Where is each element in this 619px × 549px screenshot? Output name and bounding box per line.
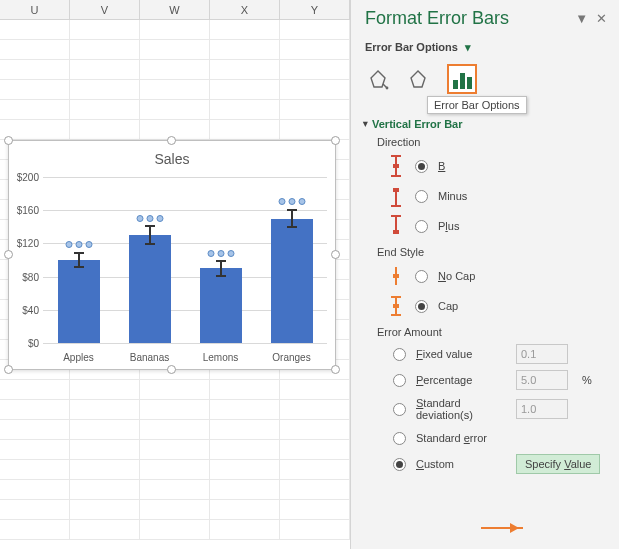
resize-handle[interactable] bbox=[331, 365, 340, 374]
resize-handle[interactable] bbox=[167, 365, 176, 374]
radio-label: Cap bbox=[438, 300, 458, 312]
radio[interactable] bbox=[415, 160, 428, 173]
radio-label: Custom bbox=[416, 458, 506, 470]
format-pane: Format Error Bars ▼ ✕ Error Bar Options … bbox=[350, 0, 619, 549]
resize-handle[interactable] bbox=[331, 136, 340, 145]
radio-label: Standard error bbox=[416, 432, 487, 444]
endstyle-label: End Style bbox=[377, 246, 607, 258]
error-bar[interactable] bbox=[149, 225, 151, 245]
percentage-input[interactable] bbox=[516, 370, 568, 390]
error-bar-options-dropdown[interactable]: Error Bar Options ▾ bbox=[365, 41, 607, 54]
resize-handle[interactable] bbox=[4, 365, 13, 374]
nocap-icon bbox=[387, 264, 405, 288]
bar[interactable] bbox=[58, 260, 100, 343]
radio[interactable] bbox=[393, 348, 406, 361]
y-tick-label: $0 bbox=[28, 338, 43, 349]
resize-handle[interactable] bbox=[4, 250, 13, 259]
plot-area[interactable]: $0$40$80$120$160$200 bbox=[43, 177, 327, 343]
percent-sign: % bbox=[582, 374, 592, 386]
svg-rect-10 bbox=[393, 230, 399, 234]
tooltip: Error Bar Options bbox=[427, 96, 527, 114]
y-tick-label: $200 bbox=[17, 172, 43, 183]
radio-label: No Cap bbox=[438, 270, 475, 282]
col-header[interactable]: W bbox=[140, 0, 210, 19]
pane-options-dropdown-icon[interactable]: ▼ bbox=[575, 11, 588, 26]
col-header[interactable]: Y bbox=[280, 0, 350, 19]
endstyle-cap-option[interactable]: Cap bbox=[387, 292, 607, 320]
specify-value-button[interactable]: Specify Value bbox=[516, 454, 600, 474]
plus-icon bbox=[387, 214, 405, 238]
fill-line-icon[interactable] bbox=[367, 68, 389, 90]
amount-fixed-option[interactable]: Fixed value bbox=[393, 342, 607, 366]
embedded-chart[interactable]: Sales $0$40$80$120$160$200 ApplesBananas… bbox=[8, 140, 336, 370]
svg-rect-12 bbox=[393, 274, 399, 278]
amount-stderr-option[interactable]: Standard error bbox=[393, 426, 607, 450]
bar[interactable] bbox=[200, 268, 242, 343]
svg-point-0 bbox=[386, 87, 389, 90]
error-bar[interactable] bbox=[291, 209, 293, 229]
error-bar[interactable] bbox=[220, 260, 222, 277]
svg-rect-7 bbox=[393, 188, 399, 192]
endstyle-nocap-option[interactable]: No Cap bbox=[387, 262, 607, 290]
col-header[interactable]: U bbox=[0, 0, 70, 19]
data-point-markers bbox=[278, 198, 305, 205]
radio-label: Fixed value bbox=[416, 348, 506, 360]
radio[interactable] bbox=[415, 300, 428, 313]
stddev-input[interactable] bbox=[516, 399, 568, 419]
y-tick-label: $80 bbox=[22, 271, 43, 282]
y-tick-label: $120 bbox=[17, 238, 43, 249]
radio-label: Standard deviation(s) bbox=[416, 397, 506, 421]
cap-icon bbox=[387, 294, 405, 318]
direction-both-option[interactable]: B bbox=[387, 152, 607, 180]
radio[interactable] bbox=[415, 190, 428, 203]
radio[interactable] bbox=[415, 270, 428, 283]
amount-stddev-option[interactable]: Standard deviation(s) bbox=[393, 394, 607, 424]
y-tick-label: $160 bbox=[17, 205, 43, 216]
resize-handle[interactable] bbox=[331, 250, 340, 259]
close-icon[interactable]: ✕ bbox=[596, 11, 607, 26]
x-tick-label: Bananas bbox=[114, 352, 185, 363]
column-headers: U V W X Y bbox=[0, 0, 350, 20]
svg-rect-4 bbox=[393, 164, 399, 168]
minus-icon bbox=[387, 184, 405, 208]
section-heading[interactable]: Vertical Error Bar bbox=[365, 118, 607, 130]
data-point-markers bbox=[207, 250, 234, 257]
direction-plus-option[interactable]: Plus bbox=[387, 212, 607, 240]
both-icon bbox=[387, 154, 405, 178]
chevron-down-icon: ▾ bbox=[465, 41, 471, 54]
radio[interactable] bbox=[393, 458, 406, 471]
direction-minus-option[interactable]: Minus bbox=[387, 182, 607, 210]
effects-icon[interactable] bbox=[407, 68, 429, 90]
amount-label: Error Amount bbox=[377, 326, 607, 338]
annotation-arrow bbox=[481, 527, 523, 529]
x-tick-label: Apples bbox=[43, 352, 114, 363]
worksheet-area[interactable]: U V W X Y bbox=[0, 0, 350, 549]
bar[interactable] bbox=[271, 219, 313, 344]
x-axis-labels: ApplesBananasLemonsOranges bbox=[43, 352, 327, 363]
radio[interactable] bbox=[393, 403, 406, 416]
radio-label: Plus bbox=[438, 220, 459, 232]
radio[interactable] bbox=[415, 220, 428, 233]
chart-title[interactable]: Sales bbox=[9, 141, 335, 173]
resize-handle[interactable] bbox=[4, 136, 13, 145]
x-tick-label: Oranges bbox=[256, 352, 327, 363]
radio-label: Percentage bbox=[416, 374, 506, 386]
data-point-markers bbox=[136, 215, 163, 222]
resize-handle[interactable] bbox=[167, 136, 176, 145]
col-header[interactable]: X bbox=[210, 0, 280, 19]
radio-label: Minus bbox=[438, 190, 467, 202]
radio[interactable] bbox=[393, 432, 406, 445]
col-header[interactable]: V bbox=[70, 0, 140, 19]
bar[interactable] bbox=[129, 235, 171, 343]
amount-custom-option[interactable]: Custom Specify Value bbox=[393, 452, 607, 476]
data-point-markers bbox=[65, 241, 92, 248]
fixed-value-input[interactable] bbox=[516, 344, 568, 364]
pane-title: Format Error Bars bbox=[365, 8, 509, 29]
direction-label: Direction bbox=[377, 136, 607, 148]
radio-label: B bbox=[438, 160, 445, 172]
radio[interactable] bbox=[393, 374, 406, 387]
amount-percentage-option[interactable]: Percentage % bbox=[393, 368, 607, 392]
error-bar-options-icon[interactable]: Error Bar Options bbox=[447, 64, 477, 94]
error-bar[interactable] bbox=[78, 252, 80, 269]
y-tick-label: $40 bbox=[22, 304, 43, 315]
